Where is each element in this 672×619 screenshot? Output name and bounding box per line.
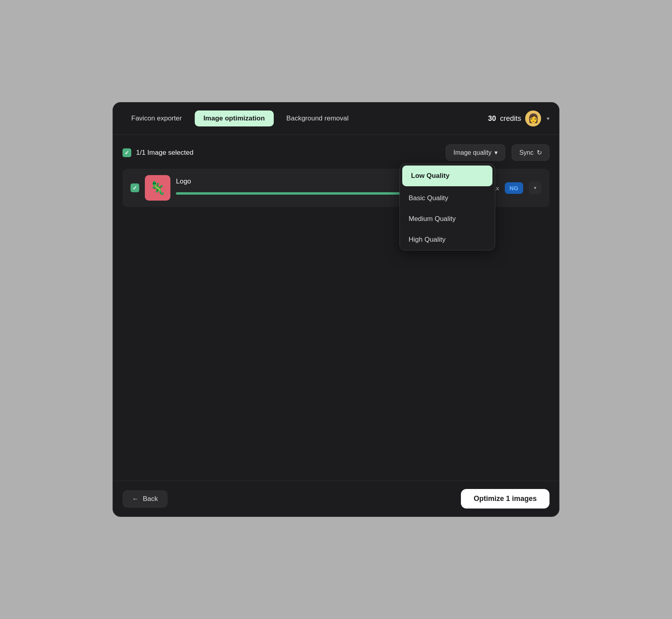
header: Favicon exporter Image optimization Back…	[113, 103, 559, 135]
top-bar: ✓ 1/1 Image selected Image quality ▾ Syn…	[123, 144, 549, 161]
quality-dropdown-label: Image quality	[453, 149, 491, 156]
back-label: Back	[143, 495, 158, 503]
format-badge: NG	[505, 182, 524, 194]
select-all-checkbox[interactable]: ✓	[123, 148, 131, 157]
tab-image-optimization[interactable]: Image optimization	[195, 110, 274, 126]
sync-icon: ↻	[537, 149, 542, 156]
quality-dropdown-menu: Low Quality Basic Quality Medium Quality…	[399, 164, 495, 250]
item-checkmark-icon: ✓	[132, 185, 137, 191]
quality-option-basic[interactable]: Basic Quality	[400, 188, 495, 209]
back-arrow-icon: ←	[132, 495, 139, 503]
image-thumbnail: 🦎	[145, 175, 170, 201]
sync-button[interactable]: Sync ↻	[512, 144, 549, 161]
app-window: Favicon exporter Image optimization Back…	[113, 102, 559, 517]
quality-option-medium[interactable]: Medium Quality	[400, 209, 495, 229]
credits-area: 30 credits 👩 ▾	[488, 110, 549, 126]
tab-background-removal[interactable]: Background removal	[278, 110, 358, 126]
quality-option-low[interactable]: Low Quality	[402, 166, 492, 186]
format-chevron-button[interactable]: ▾	[529, 181, 542, 194]
avatar[interactable]: 👩	[525, 110, 541, 126]
back-button[interactable]: ← Back	[123, 490, 168, 508]
quality-dropdown-chevron: ▾	[494, 149, 498, 156]
quality-option-high[interactable]: High Quality	[400, 229, 495, 250]
select-all-wrapper: ✓ 1/1 Image selected	[123, 148, 194, 157]
credits-count: 30	[488, 114, 496, 123]
avatar-emoji: 👩	[528, 113, 539, 124]
tab-favicon[interactable]: Favicon exporter	[123, 110, 191, 126]
main-content: ✓ 1/1 Image selected Image quality ▾ Syn…	[113, 135, 559, 481]
optimize-button[interactable]: Optimize 1 images	[461, 489, 549, 509]
checkmark-icon: ✓	[125, 150, 129, 156]
chevron-down-icon[interactable]: ▾	[547, 115, 549, 122]
sync-label: Sync	[519, 149, 534, 156]
quality-dropdown-button[interactable]: Image quality ▾	[446, 144, 505, 161]
thumbnail-emoji: 🦎	[150, 180, 166, 195]
credits-label: credits	[500, 114, 521, 123]
selected-count-label: 1/1 Image selected	[136, 149, 194, 157]
item-checkbox[interactable]: ✓	[130, 183, 139, 192]
footer: ← Back Optimize 1 images	[113, 481, 559, 516]
